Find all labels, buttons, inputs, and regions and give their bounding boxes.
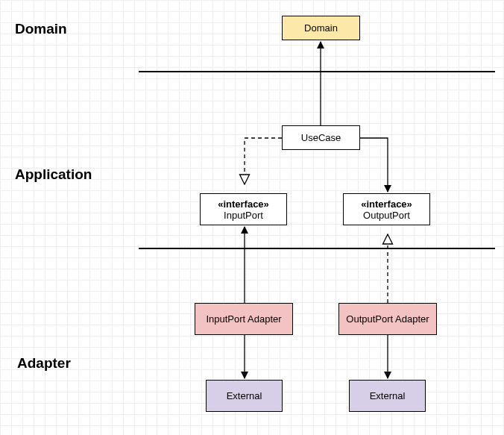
divider-app-adapter xyxy=(139,248,495,249)
box-external-left: External xyxy=(206,380,283,412)
divider-domain-app xyxy=(139,71,495,72)
external-left-label: External xyxy=(227,390,262,401)
external-right-label: External xyxy=(370,390,406,401)
box-usecase: UseCase xyxy=(282,125,360,150)
inputport-name: InputPort xyxy=(224,210,263,221)
layer-label-adapter: Adapter xyxy=(17,355,71,372)
edge-usecase-to-outputport xyxy=(360,138,388,192)
outputport-name: OutputPort xyxy=(363,210,410,221)
outputport-stereo: «interface» xyxy=(361,198,412,210)
box-usecase-label: UseCase xyxy=(301,132,341,143)
outputadapter-label: OutputPort Adapter xyxy=(346,313,429,325)
layer-label-domain: Domain xyxy=(15,21,67,37)
box-domain-label: Domain xyxy=(304,22,338,34)
box-domain: Domain xyxy=(282,16,360,40)
inputadapter-label: InputPort Adapter xyxy=(206,313,281,325)
layer-label-application: Application xyxy=(15,166,92,183)
box-inputadapter: InputPort Adapter xyxy=(195,303,293,335)
box-external-right: External xyxy=(349,380,426,412)
inputport-stereo: «interface» xyxy=(218,198,269,210)
box-outputadapter: OutputPort Adapter xyxy=(338,303,437,335)
edge-usecase-realizes-inputport xyxy=(245,138,282,184)
box-outputport: «interface» OutputPort xyxy=(343,193,430,225)
box-inputport: «interface» InputPort xyxy=(200,193,287,225)
